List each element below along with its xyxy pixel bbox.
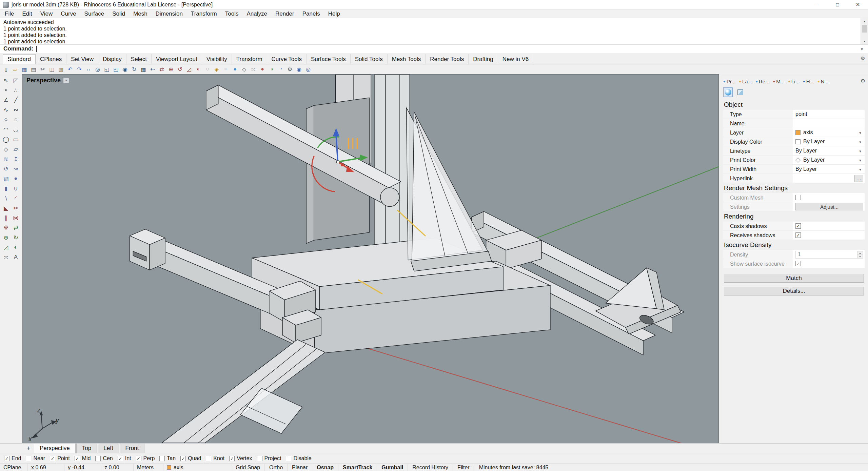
spinner-up-icon[interactable] [857, 251, 863, 255]
ttab-new-in-v6[interactable]: New in V6 [498, 54, 533, 64]
osnap-vertex[interactable]: Vertex [229, 455, 252, 462]
density-stepper[interactable]: 1 [795, 251, 863, 259]
osnap-end[interactable]: End [4, 455, 21, 462]
osnap-knot-checkbox[interactable] [206, 456, 211, 461]
box[interactable]: ▧ [1, 174, 11, 183]
osnap-project[interactable]: Project [257, 455, 281, 462]
hide-object[interactable]: ◌ [203, 65, 212, 74]
panel-tab-materials[interactable]: ●M... [773, 79, 785, 84]
arc-3pt[interactable]: ◡ [11, 125, 21, 134]
object-properties[interactable]: ● [231, 65, 239, 74]
lasso-select[interactable]: ◸ [11, 76, 21, 85]
osnap-quad-checkbox[interactable] [180, 456, 186, 461]
move-tool[interactable]: ⇄ [11, 223, 21, 232]
sb-smarttrack[interactable]: SmartTrack [338, 464, 377, 471]
render[interactable]: ● [258, 65, 267, 74]
display-color-dropdown[interactable]: By Layer [793, 137, 865, 146]
zoom-selected[interactable]: ◉ [121, 65, 130, 74]
name-field[interactable] [793, 119, 865, 128]
rotate-object[interactable]: ↺ [176, 65, 184, 74]
render-preview[interactable]: ◑ [267, 65, 276, 74]
measure-distance[interactable]: ≍ [249, 65, 258, 74]
ttab-display[interactable]: Display [98, 54, 126, 64]
osnap-cen[interactable]: Cen [95, 455, 113, 462]
layer-dropdown-icon[interactable] [857, 129, 863, 136]
point-cloud[interactable]: ∴ [11, 85, 21, 95]
circle[interactable]: ○ [1, 115, 11, 124]
sb-grid-snap[interactable]: Grid Snap [231, 464, 265, 471]
rotate-tool[interactable]: ↻ [11, 233, 21, 242]
scroll-up-icon[interactable] [861, 18, 868, 24]
rhino-app-icon[interactable] [3, 2, 9, 8]
cut[interactable]: ✂ [38, 65, 47, 74]
panel-tab-properties[interactable]: ●Pr... [723, 79, 735, 84]
osnap-perp[interactable]: Perp [136, 455, 155, 462]
close-button[interactable] [848, 0, 868, 9]
osnap-mid-checkbox[interactable] [75, 456, 80, 461]
options-gear[interactable]: ⚙ [285, 65, 294, 74]
undo-view-change[interactable]: ⇠ [148, 65, 157, 74]
chamfer[interactable]: ◣ [1, 203, 11, 213]
split[interactable]: ∥ [1, 213, 11, 223]
osnap-point-checkbox[interactable] [50, 456, 55, 461]
paste[interactable]: ▧ [57, 65, 65, 74]
ttab-solid-tools[interactable]: Solid Tools [351, 54, 388, 64]
sb-osnap[interactable]: Osnap [312, 464, 338, 471]
vtab-left[interactable]: Left [98, 444, 119, 453]
ttab-curve-tools[interactable]: Curve Tools [267, 54, 307, 64]
viewport-menu-chevron-icon[interactable] [63, 78, 69, 83]
menu-panels[interactable]: Panels [298, 9, 324, 18]
osnap-disable-checkbox[interactable] [286, 456, 291, 461]
ttab-surface-tools[interactable]: Surface Tools [307, 54, 351, 64]
menu-dimension[interactable]: Dimension [152, 9, 187, 18]
layer-dropdown[interactable]: axis [793, 128, 865, 137]
text[interactable]: A [11, 252, 21, 262]
menu-render[interactable]: Render [271, 9, 298, 18]
dimension[interactable]: ≍ [1, 252, 11, 262]
open-file[interactable]: ▱ [11, 65, 20, 74]
web-browser[interactable]: ◉ [295, 65, 303, 74]
menu-view[interactable]: View [36, 9, 57, 18]
osnap-tan-checkbox[interactable] [159, 456, 165, 461]
print-width-dropdown-icon[interactable] [857, 166, 863, 172]
details-button[interactable]: Details... [724, 287, 864, 295]
mirror-tool[interactable]: ◐ [11, 243, 21, 252]
sweep[interactable]: ↝ [11, 164, 21, 173]
hyperlink-field[interactable] [793, 174, 865, 183]
curve-control-points[interactable]: ∾ [11, 105, 21, 115]
cylinder[interactable]: ▮ [1, 184, 11, 193]
ttab-mesh-tools[interactable]: Mesh Tools [388, 54, 426, 64]
ttab-set-view[interactable]: Set View [66, 54, 98, 64]
sb-gumball[interactable]: Gumball [377, 464, 408, 471]
ttab-transform[interactable]: Transform [232, 54, 267, 64]
menu-file[interactable]: File [1, 9, 18, 18]
lock-object[interactable]: ◈ [212, 65, 221, 74]
menu-mesh[interactable]: Mesh [129, 9, 152, 18]
print-color-dropdown-icon[interactable] [857, 157, 863, 163]
trim[interactable]: ✂ [11, 203, 21, 213]
custom-mesh-checkbox[interactable] [795, 195, 801, 200]
panel-tab-libraries[interactable]: ●Li... [788, 79, 800, 84]
four-viewports[interactable]: ▦ [139, 65, 148, 74]
ttab-select[interactable]: Select [126, 54, 152, 64]
viewport-title[interactable]: Perspective [26, 77, 61, 84]
display-color-dropdown-icon[interactable] [857, 139, 863, 145]
osnap-int[interactable]: Int [118, 455, 131, 462]
scale-tool[interactable]: ◿ [1, 243, 11, 252]
sb-record-history[interactable]: Record History [408, 464, 453, 471]
curve-interpolate[interactable]: ∿ [1, 105, 11, 115]
rotate-view[interactable]: ↻ [130, 65, 139, 74]
panel-tab-rendering[interactable]: ●Re... [755, 79, 769, 84]
linetype-dropdown-icon[interactable] [857, 148, 863, 154]
sb-planar[interactable]: Planar [288, 464, 312, 471]
ttab-standard[interactable]: Standard [3, 54, 36, 64]
osnap-end-checkbox[interactable] [4, 456, 9, 461]
osnap-disable[interactable]: Disable [286, 455, 311, 462]
explode[interactable]: ※ [1, 223, 11, 232]
menu-curve[interactable]: Curve [57, 9, 80, 18]
circle-3pt[interactable]: ◌ [11, 115, 21, 124]
ttab-viewport-layout[interactable]: Viewport Layout [152, 54, 202, 64]
scroll-down-icon[interactable] [861, 38, 868, 44]
loft[interactable]: ≋ [1, 154, 11, 164]
panel-options-gear-icon[interactable] [861, 78, 865, 84]
